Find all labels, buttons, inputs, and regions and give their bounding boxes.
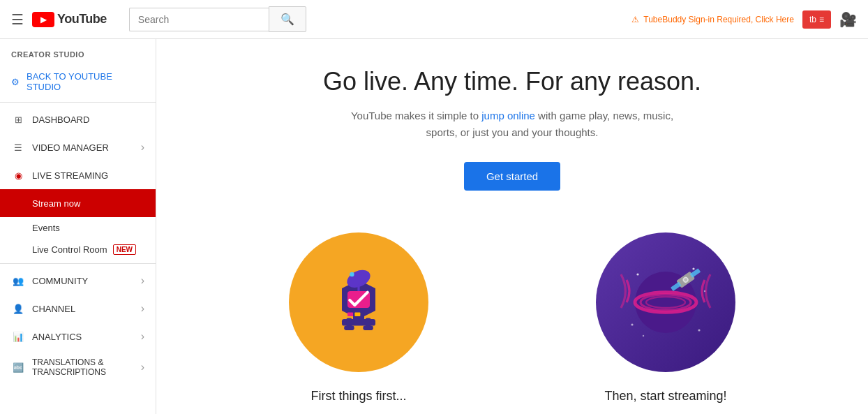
back-icon: ⚙	[11, 77, 20, 87]
sidebar-item-community[interactable]: 👥 COMMUNITY ›	[0, 267, 156, 295]
menu-icon: ≡	[819, 15, 824, 24]
translations-label: TRANSLATIONS & TRANSCRIPTIONS	[32, 357, 134, 377]
sidebar-sub-events[interactable]: Events	[0, 217, 156, 239]
live-streaming-label: LIVE STREAMING	[32, 170, 144, 181]
hero-subtitle-text1: YouTube makes it simple to	[351, 110, 481, 121]
new-badge: NEW	[113, 244, 136, 255]
svg-point-8	[350, 272, 354, 276]
translations-icon: 🔤	[11, 360, 25, 374]
analytics-arrow: ›	[141, 330, 144, 343]
sidebar-item-analytics[interactable]: 📊 ANALYTICS ›	[0, 323, 156, 350]
warning-icon: ⚠	[631, 15, 639, 24]
sidebar-divider-1	[0, 102, 156, 103]
community-icon: 👥	[11, 274, 25, 288]
svg-rect-12	[363, 326, 373, 330]
top-nav: ☰ YouTube 🔍 ⚠ TubeBuddy Sign-in Required…	[0, 0, 868, 39]
svg-point-22	[704, 290, 705, 292]
svg-point-17	[636, 273, 638, 275]
hamburger-icon[interactable]: ☰	[11, 11, 24, 28]
svg-point-19	[631, 323, 633, 325]
video-manager-label: VIDEO MANAGER	[32, 142, 134, 153]
card1-image	[289, 232, 428, 372]
card2-title: Then, start streaming!	[533, 389, 798, 404]
card-first-things: First things first... We'll make sure yo…	[226, 232, 491, 414]
tudebuddy-alert[interactable]: ⚠ TubeBuddy Sign-in Required, Click Here	[631, 15, 794, 24]
video-manager-arrow: ›	[141, 141, 144, 154]
card-start-streaming: Then, start streaming! We'll give you yo…	[533, 232, 798, 414]
community-label: COMMUNITY	[32, 276, 134, 286]
translations-arrow: ›	[141, 361, 144, 374]
svg-rect-10	[366, 318, 371, 327]
sidebar-item-dashboard[interactable]: ⊞ DASHBOARD	[0, 105, 156, 133]
search-bar: 🔍	[129, 6, 306, 32]
camera-icon[interactable]: 🎥	[839, 11, 857, 28]
svg-point-21	[643, 335, 644, 337]
live-streaming-icon: ◉	[11, 168, 25, 182]
dashboard-label: DASHBOARD	[32, 114, 144, 125]
layout: CREATOR STUDIO ⚙ BACK TO YOUTUBE STUDIO …	[0, 39, 868, 414]
get-started-button[interactable]: Get started	[464, 162, 560, 191]
stream-now-icon	[11, 196, 25, 210]
hero-title: Go live. Any time. For any reason.	[219, 67, 805, 96]
sidebar-sub-live-control-room[interactable]: Live Control Room NEW	[0, 239, 156, 260]
yt-logo-text: YouTube	[57, 12, 107, 27]
analytics-icon: 📊	[11, 330, 25, 343]
main-content-area: Go live. Any time. For any reason. YouTu…	[156, 39, 868, 414]
svg-rect-11	[344, 326, 354, 330]
tudebuddy-button[interactable]: tb ≡	[802, 10, 831, 29]
back-to-studio-item[interactable]: ⚙ BACK TO YOUTUBE STUDIO	[0, 64, 156, 99]
main-content: Go live. Any time. For any reason. YouTu…	[163, 39, 861, 414]
stream-now-label: Stream now	[32, 198, 144, 209]
dashboard-icon: ⊞	[11, 112, 25, 126]
analytics-label: ANALYTICS	[32, 332, 134, 342]
video-manager-icon: ☰	[11, 140, 25, 154]
svg-point-20	[698, 329, 700, 331]
sidebar-item-video-manager[interactable]: ☰ VIDEO MANAGER ›	[0, 133, 156, 161]
back-label: BACK TO YOUTUBE STUDIO	[27, 71, 144, 92]
hero-subtitle-link[interactable]: jump online	[481, 110, 535, 121]
youtube-logo[interactable]: YouTube	[32, 12, 107, 27]
svg-rect-4	[347, 312, 353, 316]
channel-icon: 👤	[11, 302, 25, 316]
search-button[interactable]: 🔍	[269, 6, 306, 32]
hero-subtitle: YouTube makes it simple to jump online w…	[219, 108, 805, 141]
search-input[interactable]	[129, 8, 269, 31]
tudebuddy-text: TubeBuddy Sign-in Required, Click Here	[643, 15, 794, 24]
community-arrow: ›	[141, 274, 144, 287]
card2-illustration	[610, 246, 721, 358]
live-control-room-label: Live Control Room	[32, 244, 107, 255]
sidebar-item-translations[interactable]: 🔤 TRANSLATIONS & TRANSCRIPTIONS ›	[0, 350, 156, 384]
svg-rect-5	[354, 312, 360, 316]
sidebar-item-stream-now[interactable]: Stream now	[0, 189, 156, 217]
svg-rect-25	[690, 268, 701, 278]
sidebar-section-title: CREATOR STUDIO	[0, 39, 156, 64]
channel-label: CHANNEL	[32, 304, 134, 314]
sidebar-item-channel[interactable]: 👤 CHANNEL ›	[0, 295, 156, 323]
sidebar-divider-2	[0, 263, 156, 264]
card2-image	[596, 232, 735, 372]
tudebuddy-btn-label: tb	[809, 15, 816, 24]
svg-rect-9	[346, 318, 352, 327]
svg-point-18	[692, 267, 694, 269]
sidebar: CREATOR STUDIO ⚙ BACK TO YOUTUBE STUDIO …	[0, 39, 156, 414]
card1-title: First things first...	[226, 389, 491, 404]
card1-illustration	[303, 246, 414, 358]
cards-row: First things first... We'll make sure yo…	[219, 232, 805, 414]
events-label: Events	[32, 223, 60, 233]
yt-logo-icon	[32, 12, 54, 27]
sidebar-item-live-streaming[interactable]: ◉ LIVE STREAMING	[0, 161, 156, 189]
channel-arrow: ›	[141, 302, 144, 315]
